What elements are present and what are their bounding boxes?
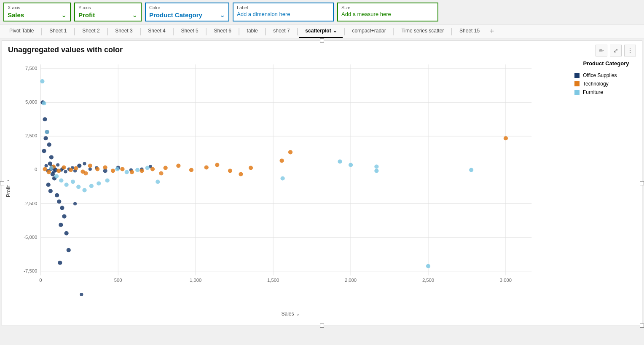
legend-dot-office-supplies [574,73,580,78]
svg-point-77 [56,168,61,173]
legend-label-office-supplies: Office Supplies [583,72,617,78]
svg-text:7,500: 7,500 [25,66,37,71]
svg-text:-7,500: -7,500 [24,268,37,273]
svg-point-83 [95,167,99,171]
tab-sheet3[interactable]: Sheet 3 [109,24,138,38]
y-axis-text: Profit [5,185,11,197]
svg-point-55 [56,163,59,166]
svg-point-78 [62,165,66,169]
svg-point-101 [279,158,284,163]
svg-point-79 [69,168,73,172]
svg-point-39 [48,189,53,193]
svg-text:-5,000: -5,000 [24,235,37,240]
svg-point-112 [89,184,94,188]
edit-chart-button[interactable]: ✏ [596,45,607,56]
scatterplot-tab-label: scatterplot [305,28,331,34]
label-label: Label [237,5,330,10]
legend-label-technology: Technology [583,81,609,87]
tab-sep-4: | [172,27,175,35]
tab-sep-2: | [106,27,110,35]
svg-text:5,000: 5,000 [25,99,37,104]
legend-dot-furniture [574,90,580,95]
svg-point-92 [189,168,193,172]
svg-point-119 [156,179,160,184]
tab-scatterplot[interactable]: scatterplot ⌄ [299,24,342,38]
svg-text:500: 500 [114,278,122,283]
tab-sep-0: | [40,27,43,35]
label-dropdown[interactable]: Label Add a dimension here [233,3,334,21]
yaxis-value: Profit [78,11,95,19]
xaxis-label: X axis [8,5,67,10]
resize-handle-bottom-right[interactable] [640,324,644,328]
svg-point-107 [59,178,63,182]
tab-sheet7[interactable]: sheet 7 [267,24,295,38]
tab-sheet4[interactable]: Sheet 4 [142,24,171,38]
svg-point-91 [176,163,180,168]
svg-point-126 [280,176,284,180]
x-axis-label[interactable]: Sales ⌄ [15,309,566,320]
y-axis-dropdown-icon[interactable]: ⌄ [6,179,11,184]
svg-point-97 [249,166,253,170]
svg-point-106 [54,174,59,178]
svg-point-40 [55,193,59,198]
tab-sheet2[interactable]: Sheet 2 [76,24,105,38]
tab-table[interactable]: table [241,24,264,38]
svg-text:1,500: 1,500 [267,278,279,283]
chart-legend: Product Category Office Supplies Technol… [566,56,642,320]
x-axis-dropdown-icon[interactable]: ⌄ [296,311,300,317]
size-dropdown[interactable]: Size Add a measure here [337,3,438,21]
svg-point-44 [59,223,63,227]
color-value: Product Category [149,11,202,19]
tab-sheet5[interactable]: Sheet 5 [175,24,204,38]
tab-compact-radar[interactable]: compact+radar [346,24,392,38]
chart-icons: ✏ ⤢ ⋮ [596,45,636,56]
svg-point-116 [125,170,129,174]
svg-point-94 [215,163,219,167]
svg-point-42 [60,206,64,210]
svg-text:-2,500: -2,500 [24,201,37,206]
svg-point-32 [49,155,54,159]
add-tab-button[interactable]: + [486,25,499,37]
svg-point-64 [89,167,92,171]
expand-chart-button[interactable]: ⤢ [610,45,622,56]
svg-point-72 [80,293,83,296]
svg-point-84 [103,165,107,169]
legend-label-furniture: Furniture [583,89,603,95]
svg-text:0: 0 [35,167,37,172]
svg-point-124 [426,264,430,268]
scatterplot-dropdown-icon[interactable]: ⌄ [333,28,337,34]
svg-point-125 [469,168,473,172]
svg-point-122 [349,163,353,167]
tab-sep-8: | [296,27,300,35]
svg-point-58 [64,170,67,173]
more-chart-button[interactable]: ⋮ [624,45,636,56]
legend-item-furniture: Furniture [574,89,638,95]
resize-handle-bottom[interactable] [320,324,324,328]
svg-text:0: 0 [39,278,42,283]
y-axis-label[interactable]: Profit ⌄ [2,56,15,320]
svg-point-29 [43,136,48,140]
svg-point-123 [374,168,378,173]
svg-point-113 [97,181,101,185]
svg-point-96 [239,172,243,176]
tab-time-series[interactable]: Time series scatter [395,24,450,38]
tab-sheet15[interactable]: Sheet 15 [453,24,486,38]
yaxis-chevron-icon: ⌄ [132,11,137,19]
color-dropdown[interactable]: Color Product Category ⌄ [145,3,229,21]
svg-point-80 [74,166,78,170]
svg-point-53 [52,170,56,173]
yaxis-label: Y axis [78,5,137,10]
tab-sheet6[interactable]: Sheet 6 [208,24,237,38]
svg-point-105 [49,166,54,170]
svg-point-89 [150,167,155,171]
color-label: Color [149,5,225,10]
tab-pivot-table[interactable]: Pivot Table [3,24,40,38]
tab-sheet1[interactable]: Sheet 1 [43,24,72,38]
xaxis-dropdown[interactable]: X axis Sales ⌄ [3,3,71,21]
tab-sep-1: | [73,27,77,35]
svg-point-41 [57,200,61,204]
resize-handle-top[interactable] [320,38,324,43]
svg-point-110 [76,185,80,189]
yaxis-dropdown[interactable]: Y axis Profit ⌄ [74,3,142,21]
svg-point-88 [140,168,144,173]
